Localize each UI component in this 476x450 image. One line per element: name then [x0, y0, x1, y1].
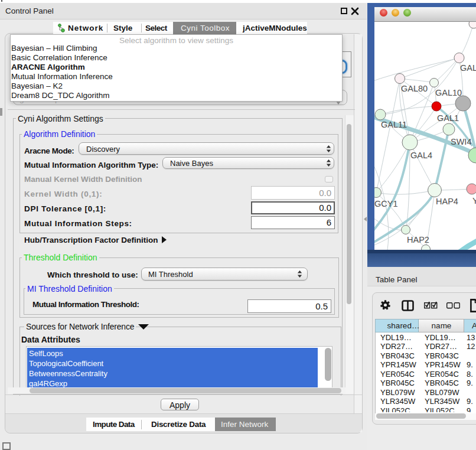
svg-text:SWI4: SWI4	[451, 137, 471, 146]
svg-text:GAL1: GAL1	[437, 113, 459, 123]
svg-text:GAL: GAL	[460, 63, 476, 73]
svg-text:GAL11: GAL11	[381, 120, 407, 129]
svg-text:Y: Y	[472, 196, 476, 206]
svg-text:GAL10: GAL10	[435, 88, 462, 97]
svg-text:HAP2: HAP2	[407, 235, 429, 244]
svg-text:GAL80: GAL80	[401, 84, 428, 93]
svg-text:GAL4: GAL4	[410, 151, 432, 160]
svg-text:HAP4: HAP4	[436, 197, 458, 206]
svg-text:GCY1: GCY1	[374, 199, 398, 208]
